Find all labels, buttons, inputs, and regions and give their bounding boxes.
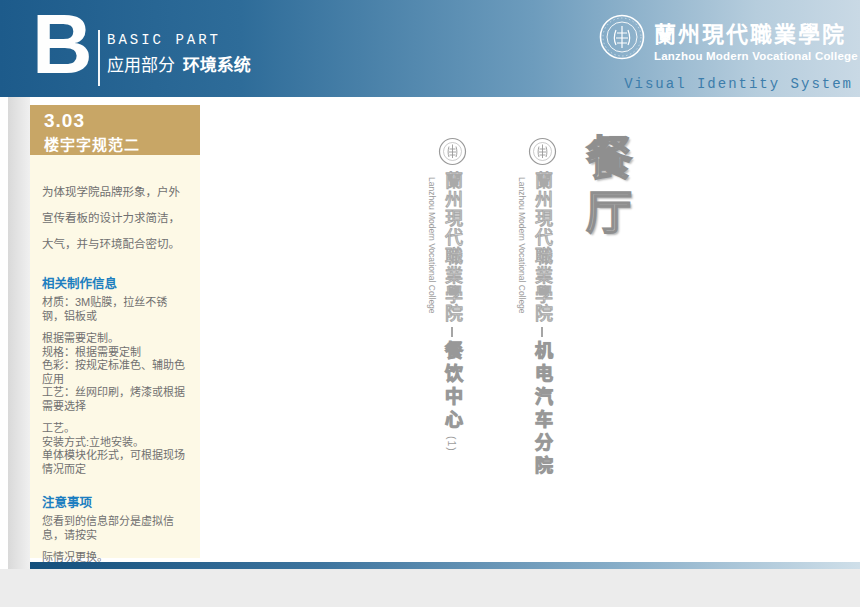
production-line: 工艺：丝网印刷，烤漆或根据需要选择: [42, 386, 188, 413]
building-sign-mechatronics: Lanzhou Modern Vocational College 蘭州現代職業…: [514, 137, 557, 482]
production-info-heading: 相关制作信息: [42, 273, 188, 292]
production-line: 规格：根据需要定制: [42, 346, 188, 360]
sign-logo-icon: [528, 137, 557, 166]
footer-accent-bar: [30, 562, 860, 569]
production-line: 安装方式:立地安装。: [42, 436, 188, 450]
intro-text: 为体现学院品牌形象，户外宣传看板的设计力求简洁，大气，并与环境配合密切。: [42, 179, 188, 257]
sign-column: 蘭州現代職業學院 餐饮中心 (1): [437, 137, 467, 452]
notes-heading: 注意事项: [42, 492, 188, 511]
section-label-zh-sub: 环境系统: [183, 56, 251, 75]
college-name-zh: 蘭州現代職業學院: [654, 16, 858, 48]
sign-location-suffix: (1): [446, 436, 458, 452]
production-line: 色彩：按规定标准色、辅助色应用: [42, 359, 188, 386]
header-bar: B BASIC PART 应用部分 环境系统 蘭州現代職業學院 Lanzhou …: [0, 0, 860, 97]
sign-college-en: Lanzhou Modern Vocational College: [424, 177, 437, 335]
sign-column: 蘭州現代職業學院 机电汽车分院: [527, 137, 557, 482]
section-title-box: 3.03 楼宇字规范二: [30, 105, 200, 155]
vi-manual-page: B BASIC PART 应用部分 环境系统 蘭州現代職業學院 Lanzhou …: [0, 0, 860, 607]
section-title: 楼宇字规范二: [44, 133, 200, 154]
college-brand: 蘭州現代職業學院 Lanzhou Modern Vocational Colle…: [598, 13, 858, 65]
section-label-en: BASIC PART: [107, 32, 221, 48]
sign-college-zh: 蘭州現代職業學院: [529, 171, 555, 323]
college-logo-icon: [598, 13, 646, 65]
header-divider: [98, 30, 100, 86]
section-code: 3.03: [44, 110, 200, 132]
sign-divider: [541, 327, 543, 337]
section-letter: B: [32, 2, 93, 86]
section-label-zh-main: 应用部分: [107, 56, 175, 75]
college-name-block: 蘭州現代職業學院 Lanzhou Modern Vocational Colle…: [654, 16, 858, 62]
production-line: 材质：3M贴膜，拉丝不锈钢，铝板或: [42, 296, 188, 323]
bottom-band: [0, 569, 860, 607]
production-line: 工艺。: [42, 422, 188, 436]
info-panel: 为体现学院品牌形象，户外宣传看板的设计力求简洁，大气，并与环境配合密切。 相关制…: [30, 155, 200, 558]
building-sign-dining: Lanzhou Modern Vocational College 蘭州現代職業…: [424, 137, 467, 452]
college-name-en: Lanzhou Modern Vocational College: [654, 50, 858, 62]
sign-logo-icon: [438, 137, 467, 166]
dining-hall-watermark: 餐厅: [572, 134, 638, 242]
sign-college-zh: 蘭州現代職業學院: [439, 171, 465, 323]
production-line: 根据需要定制。: [42, 332, 188, 346]
notes-line: 您看到的信息部分是虚拟信息，请按实: [42, 515, 188, 542]
sign-location-name: 机电汽车分院: [529, 341, 555, 479]
section-label-zh: 应用部分 环境系统: [107, 51, 251, 76]
sign-college-en: Lanzhou Modern Vocational College: [514, 177, 527, 335]
sign-divider: [451, 327, 453, 337]
sign-location-name: 餐饮中心: [439, 341, 465, 433]
production-line: 单体模块化形式，可根据现场情况而定: [42, 449, 188, 476]
vis-system-label: Visual Identity System: [624, 76, 853, 92]
left-accent-strip: [8, 97, 30, 607]
